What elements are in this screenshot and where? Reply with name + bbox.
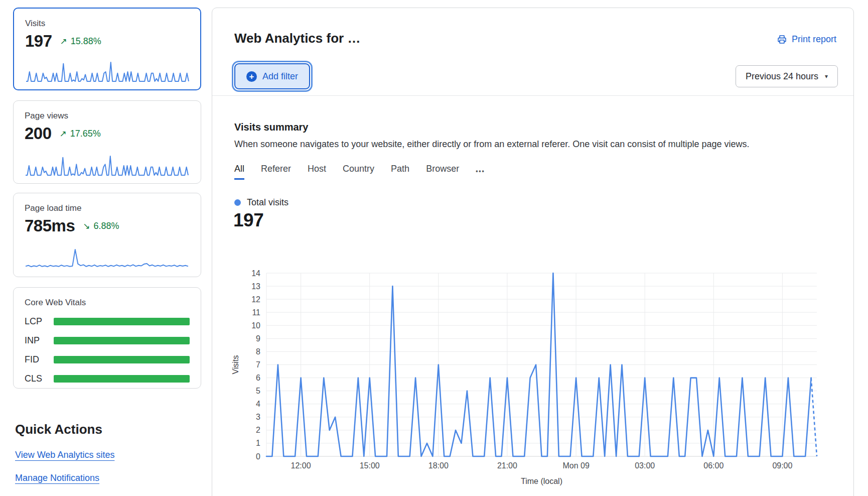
metric-value: 200 — [25, 124, 52, 143]
legend-label: Total visits — [247, 197, 288, 208]
metric-label: Core Web Vitals — [25, 298, 190, 308]
cwv-good-bar — [54, 337, 190, 344]
web-analytics-panel: Web Analytics for … Print report + Add f… — [212, 8, 854, 496]
svg-text:21:00: 21:00 — [497, 461, 517, 470]
svg-text:2: 2 — [256, 426, 260, 434]
svg-text:3: 3 — [256, 413, 260, 421]
print-report-link[interactable]: Print report — [777, 34, 836, 45]
svg-text:06:00: 06:00 — [703, 461, 724, 470]
metric-card-page-views[interactable]: Page views 200 ↗ 17.65% — [13, 100, 201, 184]
metric-value-row: 197 ↗ 15.88% — [25, 32, 189, 51]
page-load-time-sparkline — [25, 247, 189, 270]
cwv-row: INP — [25, 335, 190, 346]
chart-legend: Total visits — [234, 197, 288, 208]
printer-icon — [777, 34, 787, 45]
tab-country[interactable]: Country — [343, 164, 374, 178]
svg-text:Time (local): Time (local) — [521, 477, 562, 485]
view-web-analytics-sites-link[interactable]: View Web Analytics sites — [15, 450, 114, 460]
cwv-good-bar — [54, 375, 190, 383]
tab-referer[interactable]: Referer — [261, 164, 291, 178]
cwv-row: CLS — [25, 374, 190, 384]
svg-text:09:00: 09:00 — [772, 461, 792, 470]
metric-delta-value: 17.65% — [70, 129, 101, 139]
metric-value-row: 785ms ↘ 6.88% — [25, 216, 190, 235]
metrics-sidebar: Visits 197 ↗ 15.88% Page views 200 ↗ 17.… — [13, 8, 201, 496]
print-report-label: Print report — [792, 34, 836, 45]
cwv-metric-label: FID — [25, 354, 54, 365]
metric-delta-value: 6.88% — [94, 221, 119, 231]
page-title: Web Analytics for … — [234, 30, 360, 47]
add-filter-label: Add filter — [262, 71, 298, 82]
total-visits-value: 197 — [233, 210, 263, 231]
svg-text:8: 8 — [256, 347, 260, 356]
svg-text:12:00: 12:00 — [291, 461, 311, 470]
metric-label: Page views — [25, 111, 190, 121]
svg-text:15:00: 15:00 — [360, 461, 380, 470]
svg-text:13: 13 — [251, 282, 260, 291]
quick-actions-title: Quick Actions — [15, 422, 201, 437]
svg-text:4: 4 — [256, 400, 260, 408]
svg-text:6: 6 — [256, 374, 260, 382]
svg-text:1: 1 — [256, 439, 260, 447]
visits-summary-title: Visits summary — [234, 121, 309, 133]
plus-circle-icon: + — [246, 71, 257, 82]
metric-delta: ↗ 15.88% — [60, 36, 101, 47]
svg-text:0: 0 — [256, 452, 260, 461]
svg-text:7: 7 — [256, 360, 260, 369]
svg-text:9: 9 — [256, 334, 260, 343]
web-analytics-dashboard: Visits 197 ↗ 15.88% Page views 200 ↗ 17.… — [0, 0, 868, 496]
time-range-label: Previous 24 hours — [746, 71, 818, 82]
dimension-tabs: All Referer Host Country Path Browser ••… — [234, 164, 485, 181]
header-divider — [212, 95, 853, 96]
cwv-metric-label: LCP — [25, 316, 54, 327]
cwv-row: FID — [25, 354, 190, 365]
cwv-metric-label: CLS — [25, 374, 54, 384]
more-tabs-ellipsis-button[interactable]: ••• — [476, 164, 485, 181]
metric-delta: ↗ 17.65% — [60, 129, 101, 139]
svg-text:10: 10 — [251, 321, 260, 330]
cwv-good-bar — [54, 356, 190, 363]
svg-text:18:00: 18:00 — [428, 461, 449, 470]
metric-label: Visits — [25, 19, 189, 29]
visits-summary-description: When someone navigates to your website, … — [234, 139, 749, 150]
svg-text:5: 5 — [256, 387, 260, 395]
svg-text:03:00: 03:00 — [635, 461, 655, 470]
metric-card-core-web-vitals[interactable]: Core Web Vitals LCP INP FID CLS — [13, 287, 201, 389]
metric-delta-value: 15.88% — [71, 36, 101, 47]
add-filter-button[interactable]: + Add filter — [234, 63, 310, 89]
cwv-row: LCP — [25, 316, 190, 327]
manage-notifications-link[interactable]: Manage Notifications — [15, 473, 99, 483]
trend-up-icon: ↗ — [60, 129, 67, 139]
svg-text:11: 11 — [252, 308, 260, 317]
svg-text:14: 14 — [251, 269, 260, 278]
chevron-down-icon: ▾ — [825, 73, 828, 80]
tab-host[interactable]: Host — [308, 164, 326, 178]
metric-delta: ↘ 6.88% — [83, 221, 119, 231]
metric-card-page-load-time[interactable]: Page load time 785ms ↘ 6.88% — [13, 193, 201, 277]
tab-all[interactable]: All — [234, 164, 244, 180]
time-range-dropdown[interactable]: Previous 24 hours ▾ — [736, 65, 838, 87]
svg-text:12: 12 — [251, 295, 260, 304]
visits-sparkline — [25, 60, 190, 83]
tab-path[interactable]: Path — [391, 164, 409, 178]
svg-text:Mon 09: Mon 09 — [562, 461, 589, 470]
metric-value: 197 — [25, 32, 52, 51]
metric-card-visits[interactable]: Visits 197 ↗ 15.88% — [13, 8, 201, 90]
tab-browser[interactable]: Browser — [426, 164, 459, 178]
svg-text:Visits: Visits — [231, 355, 240, 375]
trend-up-icon: ↗ — [60, 36, 67, 47]
metric-value-row: 200 ↗ 17.65% — [25, 124, 190, 143]
cwv-metric-label: INP — [25, 335, 54, 346]
trend-down-icon: ↘ — [83, 221, 90, 231]
cwv-good-bar — [54, 318, 190, 325]
metric-value: 785ms — [25, 216, 75, 235]
series-dot-icon — [234, 199, 241, 206]
page-views-sparkline — [25, 154, 189, 177]
visits-time-series-chart[interactable]: 12:0015:0018:0021:00Mon 0903:0006:0009:0… — [221, 239, 853, 492]
metric-label: Page load time — [25, 203, 190, 213]
